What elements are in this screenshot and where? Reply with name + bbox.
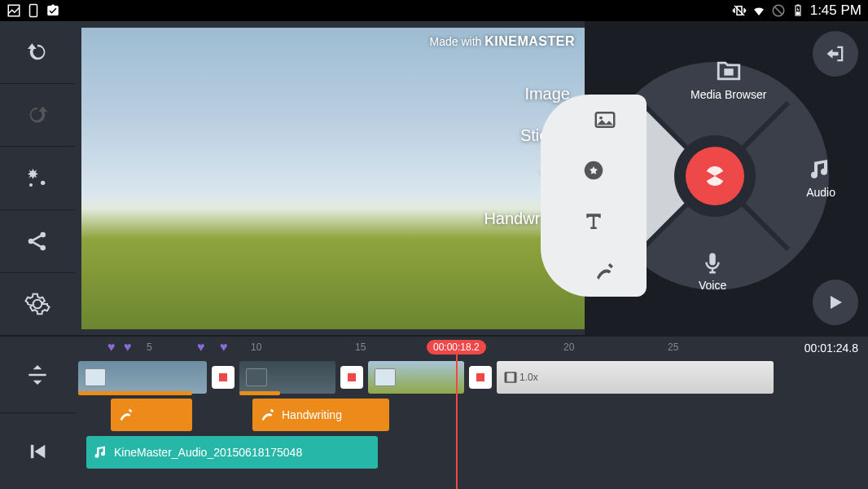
music-icon — [93, 444, 109, 460]
left-toolbar — [0, 21, 75, 335]
action-wheel: Media Browser Layer Voice Audio — [593, 54, 837, 298]
wifi-icon — [752, 3, 766, 18]
svg-rect-14 — [709, 253, 716, 266]
video-clip[interactable] — [368, 361, 464, 394]
layer-submenu — [541, 95, 647, 297]
right-panel: Media Browser Layer Voice Audio — [585, 21, 868, 335]
preview-panel: Made with KINEMASTER Image Sticker Text … — [75, 21, 585, 335]
pen-icon — [117, 406, 135, 424]
image-icon — [375, 368, 396, 386]
video-clip[interactable] — [78, 361, 207, 394]
image-icon — [85, 368, 106, 386]
transition[interactable] — [212, 366, 235, 389]
bookmark-icon[interactable]: ♥ — [124, 340, 132, 355]
svg-point-6 — [41, 180, 45, 184]
submenu-image[interactable] — [541, 95, 647, 145]
submenu-sticker[interactable] — [541, 145, 647, 196]
handwriting-clip[interactable]: Handwriting — [252, 399, 389, 431]
playhead[interactable] — [456, 353, 458, 489]
svg-rect-20 — [505, 372, 506, 382]
video-track[interactable]: 1.0x — [75, 359, 868, 395]
skip-start-button[interactable] — [0, 413, 75, 489]
watermark: Made with KINEMASTER — [430, 34, 575, 49]
svg-point-16 — [599, 117, 603, 120]
notification-icon — [7, 3, 21, 18]
svg-rect-21 — [515, 372, 516, 382]
playhead-time[interactable]: 00:00:18.2 — [427, 340, 486, 355]
audio-clip[interactable]: KineMaster_Audio_20150618175048 — [86, 436, 378, 469]
preview-canvas[interactable]: Made with KINEMASTER Image Sticker Text … — [81, 28, 585, 329]
total-duration: 00:01:24.8 — [804, 341, 858, 355]
film-icon — [503, 370, 518, 385]
svg-rect-5 — [796, 12, 800, 15]
voice-button[interactable]: Voice — [699, 251, 726, 292]
notification-icon — [46, 3, 60, 18]
video-clip[interactable]: 1.0x — [497, 361, 774, 394]
media-browser-button[interactable]: Media Browser — [690, 57, 766, 101]
handwriting-clip[interactable] — [111, 399, 192, 431]
pen-icon — [259, 406, 277, 424]
image-icon — [246, 368, 267, 386]
svg-rect-13 — [724, 68, 733, 76]
transition[interactable] — [340, 366, 363, 389]
bookmark-icon[interactable]: ♥ — [220, 340, 228, 355]
layer-track[interactable]: Handwriting — [75, 397, 868, 433]
svg-rect-1 — [30, 5, 37, 17]
android-status-bar: 1:45 PM — [0, 0, 868, 21]
undo-button[interactable] — [0, 21, 75, 84]
timeline-ruler[interactable]: ♥ ♥ 5 ♥ ♥ 10 15 20 25 00:00:18.2 00:01:2… — [75, 340, 868, 359]
svg-rect-0 — [8, 5, 20, 16]
audio-track[interactable]: KineMaster_Audio_20150618175048 — [75, 434, 868, 470]
no-signal-icon — [771, 3, 786, 18]
timeline-tracks[interactable]: ♥ ♥ 5 ♥ ♥ 10 15 20 25 00:00:18.2 00:01:2… — [75, 337, 868, 489]
vibrate-icon — [732, 3, 747, 18]
settings-button[interactable] — [0, 273, 75, 335]
share-button[interactable] — [0, 210, 75, 273]
effects-button[interactable] — [0, 147, 75, 209]
svg-point-7 — [29, 183, 33, 187]
record-button[interactable] — [686, 147, 744, 205]
bookmark-icon[interactable]: ♥ — [107, 340, 116, 355]
bookmark-icon[interactable]: ♥ — [197, 340, 205, 355]
redo-button — [0, 84, 75, 147]
battery-icon — [791, 3, 805, 18]
svg-rect-4 — [796, 5, 799, 7]
timeline: ♥ ♥ 5 ♥ ♥ 10 15 20 25 00:00:18.2 00:01:2… — [0, 335, 868, 489]
submenu-text[interactable] — [541, 196, 647, 246]
notification-icon — [26, 3, 41, 18]
audio-button[interactable]: Audio — [806, 156, 835, 199]
submenu-handwriting[interactable] — [541, 246, 647, 297]
svg-rect-18 — [31, 444, 34, 457]
status-time: 1:45 PM — [810, 2, 861, 19]
video-clip[interactable] — [239, 361, 335, 394]
timeline-expand-button[interactable] — [0, 337, 75, 413]
transition[interactable] — [469, 366, 492, 389]
